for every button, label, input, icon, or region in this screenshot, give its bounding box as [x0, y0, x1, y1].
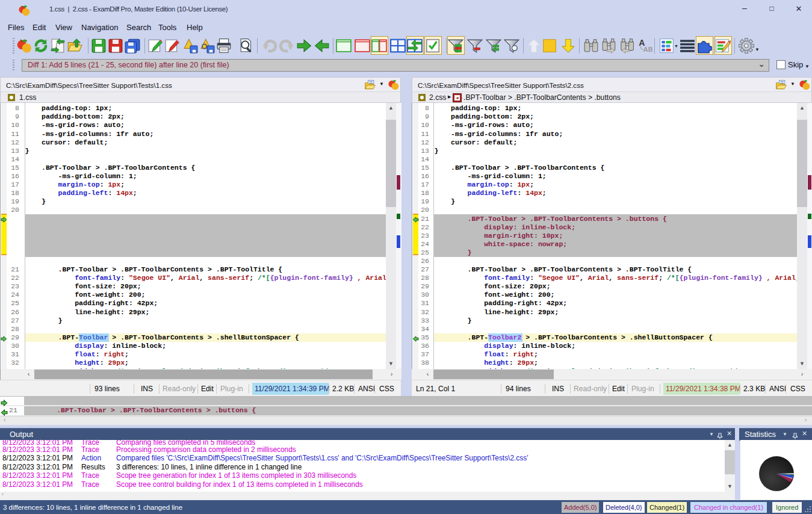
- svg-text:AB: AB: [643, 46, 652, 53]
